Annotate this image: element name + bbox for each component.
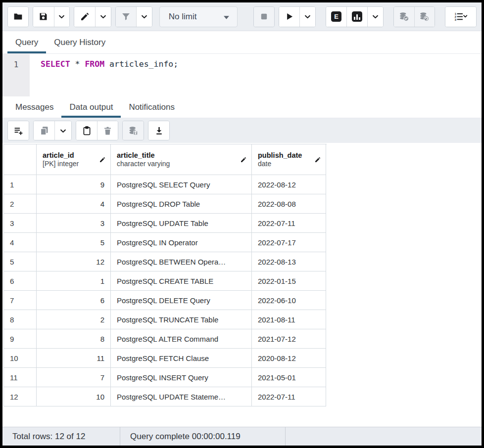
filter-dropdown-button[interactable] xyxy=(136,7,152,27)
row-number-cell[interactable]: 11 xyxy=(4,368,37,387)
edit-button[interactable] xyxy=(74,7,95,27)
column-header-article-id[interactable]: article_id [PK] integer xyxy=(37,144,111,175)
save-data-changes-button[interactable] xyxy=(123,121,144,140)
editor-gutter: 1 xyxy=(2,54,30,96)
publish-date-cell[interactable]: 2022-07-17 xyxy=(252,233,326,252)
paste-button[interactable] xyxy=(76,121,97,140)
tab-messages[interactable]: Messages xyxy=(7,96,61,118)
save-file-button[interactable] xyxy=(33,7,53,27)
open-file-button[interactable] xyxy=(8,7,28,27)
article-title-cell[interactable]: PostgreSQL UPDATE Table xyxy=(111,214,252,233)
download-group xyxy=(148,121,170,140)
execute-dropdown-button[interactable] xyxy=(299,7,315,27)
publish-date-cell[interactable]: 2020-08-12 xyxy=(252,349,326,368)
article-title-cell[interactable]: PostgreSQL UPDATE Stateme… xyxy=(111,387,252,406)
rollback-button[interactable] xyxy=(414,7,435,27)
copy-group xyxy=(33,121,72,140)
article-title-cell[interactable]: PostgreSQL IN Operator xyxy=(111,233,252,252)
column-header-publish-date[interactable]: publish_date date xyxy=(252,144,326,175)
publish-date-cell[interactable]: 2022-01-15 xyxy=(252,271,326,291)
column-edit-pencil-icon[interactable] xyxy=(99,156,106,163)
filter-button[interactable] xyxy=(116,7,136,27)
explain-button[interactable]: E xyxy=(326,7,346,27)
article-id-cell[interactable]: 8 xyxy=(37,329,111,349)
publish-date-cell[interactable]: 2022-08-08 xyxy=(252,194,326,214)
article-id-cell[interactable]: 1 xyxy=(37,271,111,291)
tab-data-output[interactable]: Data output xyxy=(61,96,121,118)
article-id-cell[interactable]: 9 xyxy=(37,175,111,194)
column-edit-pencil-icon[interactable] xyxy=(314,156,321,163)
stop-button[interactable] xyxy=(254,7,274,27)
row-number-cell[interactable]: 3 xyxy=(4,214,37,233)
row-number-cell[interactable]: 10 xyxy=(4,349,37,368)
article-id-cell[interactable]: 6 xyxy=(37,291,111,310)
publish-date-cell[interactable]: 2021-07-12 xyxy=(252,329,326,349)
article-id-cell[interactable]: 10 xyxy=(37,387,111,406)
article-id-cell[interactable]: 2 xyxy=(37,310,111,329)
article-id-cell[interactable]: 5 xyxy=(37,233,111,252)
article-id-cell[interactable]: 11 xyxy=(37,349,111,368)
row-number-cell[interactable]: 8 xyxy=(4,310,37,329)
sql-code-area[interactable]: SELECT * FROM articles_info; xyxy=(30,54,482,96)
article-title-cell[interactable]: PostgreSQL DELETE Query xyxy=(111,291,252,310)
table-row: 76PostgreSQL DELETE Query2022-06-10 xyxy=(4,291,327,310)
publish-date-cell[interactable]: 2022-07-11 xyxy=(252,214,326,233)
row-number-cell[interactable]: 5 xyxy=(4,252,37,271)
article-title-cell[interactable]: PostgreSQL SELECT Query xyxy=(111,175,252,194)
column-header-article-title[interactable]: article_title character varying xyxy=(111,144,252,175)
column-edit-pencil-icon[interactable] xyxy=(240,156,247,163)
save-file-dropdown-button[interactable] xyxy=(54,7,70,27)
publish-date-cell[interactable]: 2021-08-11 xyxy=(252,310,326,329)
tab-notifications[interactable]: Notifications xyxy=(121,96,183,118)
row-number-cell[interactable]: 4 xyxy=(4,233,37,252)
article-title-cell[interactable]: PostgreSQL BETWEEN Opera… xyxy=(111,252,252,271)
table-row: 45PostgreSQL IN Operator2022-07-17 xyxy=(4,233,327,252)
copy-dropdown-button[interactable] xyxy=(54,121,71,140)
row-number-cell[interactable]: 7 xyxy=(4,291,37,310)
edit-dropdown-button[interactable] xyxy=(95,7,111,27)
tab-messages-label: Messages xyxy=(15,102,53,112)
query-complete-section: Query complete 00:00:00.119 xyxy=(120,427,285,446)
execute-button[interactable] xyxy=(279,7,299,27)
column-type: [PK] integer xyxy=(43,160,79,169)
explain-analyze-button[interactable] xyxy=(346,7,367,27)
corner-cell[interactable] xyxy=(4,144,37,175)
copy-button[interactable] xyxy=(34,121,54,140)
explain-dropdown-button[interactable] xyxy=(367,7,383,27)
svg-text:2: 2 xyxy=(455,15,456,18)
article-title-cell[interactable]: PostgreSQL TRUNCATE Table xyxy=(111,310,252,329)
article-title-cell[interactable]: PostgreSQL ALTER Command xyxy=(111,329,252,349)
tab-query-history-label: Query History xyxy=(54,38,105,47)
tab-query-history[interactable]: Query History xyxy=(46,31,113,53)
publish-date-cell[interactable]: 2022-08-13 xyxy=(252,252,326,271)
row-limit-select[interactable]: No limit xyxy=(159,6,238,27)
article-title-cell[interactable]: PostgreSQL FETCH Clause xyxy=(111,349,252,368)
row-number-cell[interactable]: 6 xyxy=(4,271,37,291)
article-id-cell[interactable]: 12 xyxy=(37,252,111,271)
sql-token-keyword: SELECT xyxy=(41,59,70,69)
publish-date-cell[interactable]: 2022-06-10 xyxy=(252,291,326,310)
article-id-cell[interactable]: 4 xyxy=(37,194,111,214)
database-commit-icon xyxy=(399,11,409,22)
row-number-cell[interactable]: 2 xyxy=(4,194,37,214)
add-row-button[interactable] xyxy=(8,121,29,140)
edit-group xyxy=(74,6,111,27)
download-button[interactable] xyxy=(148,121,169,140)
commit-button[interactable] xyxy=(394,7,414,27)
article-id-cell[interactable]: 3 xyxy=(37,214,111,233)
row-number-cell[interactable]: 1 xyxy=(4,175,37,194)
article-title-cell[interactable]: PostgreSQL DROP Table xyxy=(111,194,252,214)
row-number-cell[interactable]: 12 xyxy=(4,387,37,406)
delete-row-button[interactable] xyxy=(97,121,118,140)
explain-group: E xyxy=(326,6,383,27)
publish-date-cell[interactable]: 2021-05-01 xyxy=(252,368,326,387)
article-title-cell[interactable]: PostgreSQL INSERT Query xyxy=(111,368,252,387)
article-title-cell[interactable]: PostgreSQL CREATE TABLE xyxy=(111,271,252,291)
article-id-cell[interactable]: 7 xyxy=(37,368,111,387)
chevron-down-icon xyxy=(98,11,108,22)
macros-button[interactable]: 1 2 3 xyxy=(445,7,476,27)
publish-date-cell[interactable]: 2022-08-12 xyxy=(252,175,326,194)
publish-date-cell[interactable]: 2022-07-11 xyxy=(252,387,326,406)
tab-query[interactable]: Query xyxy=(7,31,46,53)
row-number-cell[interactable]: 9 xyxy=(4,329,37,349)
